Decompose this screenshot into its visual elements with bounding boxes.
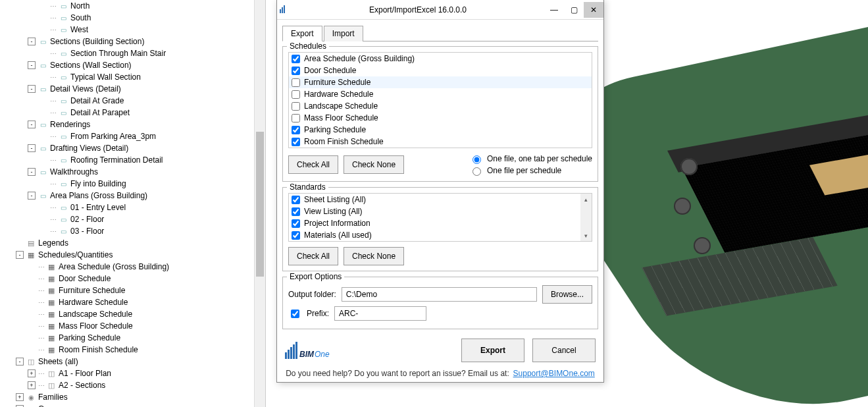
tree-item[interactable]: ⋯Room Finish Schedule [0,344,265,356]
tree-item[interactable]: -Area Plans (Gross Building) [0,190,265,202]
maximize-button[interactable]: ▢ [564,2,584,18]
tree-item[interactable]: ⋯01 - Entry Level [0,202,265,213]
tree-item[interactable]: -Renderings [0,119,265,130]
tree-item[interactable]: ⋯Fly into Building [0,178,265,190]
schedule-item[interactable]: Room Finish Schedule [289,136,592,148]
schedule-item[interactable]: Door Schedule [289,65,592,76]
schedule-item[interactable]: Furniture Schedule [289,76,592,88]
tree-item[interactable]: ⋯Roofing Termination Detail [0,154,265,166]
support-link[interactable]: Support@BIMOne.com [513,369,595,378]
tree-item[interactable]: ⋯03 - Floor [0,225,265,237]
output-folder-input[interactable] [342,287,537,302]
expand-toggle[interactable]: - [16,358,24,366]
tree-item[interactable]: ⋯Area Schedule (Gross Building) [0,261,265,273]
tree-item[interactable]: +Families [0,391,265,403]
tree-item[interactable]: -Sections (Building Section) [0,36,265,47]
tree-item[interactable]: -Sheets (all) [0,356,265,367]
radio-one-file-per-schedule[interactable]: One file per schedule [469,165,592,176]
expand-toggle[interactable]: - [28,61,36,69]
schedule-checkbox[interactable] [292,126,300,134]
standards-check-all-button[interactable]: Check All [288,247,338,265]
radio-one-file-one-tab-input[interactable] [472,155,481,164]
browse-button[interactable]: Browse... [542,285,592,304]
tree-item[interactable]: +Groups [0,403,265,407]
tree-item[interactable]: ⋯Furniture Schedule [0,285,265,296]
tree-item[interactable]: ⋯North [0,0,265,12]
standard-checkbox[interactable] [292,231,300,240]
expand-toggle[interactable]: + [28,381,36,389]
tree-item-label: Fly into Building [70,179,126,188]
tree-item[interactable]: ⋯South [0,12,265,24]
tree-item[interactable]: ⋯West [0,24,265,36]
tree-item[interactable]: Legends [0,237,265,249]
minimize-button[interactable]: — [544,2,564,18]
expand-toggle[interactable]: - [28,192,36,200]
tab-import[interactable]: Import [324,26,363,41]
schedule-checkbox[interactable] [292,55,300,63]
tree-item[interactable]: ⋯Typical Wall Section [0,71,265,83]
expand-toggle[interactable]: - [28,168,36,176]
tree-item[interactable]: -Drafting Views (Detail) [0,142,265,154]
expand-toggle[interactable]: - [28,121,36,128]
standard-item[interactable]: Project Information [289,217,592,229]
tree-item[interactable]: ⋯Detail At Grade [0,95,265,107]
schedule-item[interactable]: Landscape Schedule [289,100,592,112]
close-button[interactable]: ✕ [584,2,603,18]
tree-item[interactable]: -Sections (Wall Section) [0,59,265,71]
expand-toggle[interactable]: - [16,251,24,259]
standard-item-label: View Listing (All) [304,207,362,216]
schedules-check-all-button[interactable]: Check All [288,155,338,174]
tree-item[interactable]: ⋯Parking Schedule [0,332,265,344]
standards-list: Sheet Listing (All)View Listing (All)Pro… [288,193,592,242]
tree-scrollbar[interactable] [254,0,265,407]
schedules-check-none-button[interactable]: Check None [344,155,404,174]
expand-toggle[interactable]: - [28,144,36,152]
export-button[interactable]: Export [461,339,524,362]
expand-toggle[interactable]: - [28,85,36,93]
tree-item-label: Landscape Schedule [59,310,132,319]
expand-toggle[interactable]: + [28,369,36,377]
schedule-item[interactable]: Hardware Schedule [289,88,592,100]
schedule-checkbox[interactable] [292,114,300,122]
prefix-input[interactable] [334,306,426,321]
cancel-button[interactable]: Cancel [532,339,596,362]
schedule-checkbox[interactable] [292,102,300,111]
app-icon [277,4,292,15]
tree-item[interactable]: ⋯Hardware Schedule [0,296,265,308]
standards-check-none-button[interactable]: Check None [344,247,404,265]
tree-item[interactable]: +⋯A1 - Floor Plan [0,367,265,379]
sched-icon [47,274,56,283]
schedule-item[interactable]: Parking Schedule [289,124,592,136]
tree-item[interactable]: +⋯A2 - Sections [0,379,265,391]
standard-checkbox[interactable] [292,207,300,216]
schedule-checkbox[interactable] [292,67,300,75]
prefix-checkbox[interactable] [291,310,299,318]
standard-item[interactable]: Sheet Listing (All) [289,194,592,205]
expand-toggle[interactable]: - [28,38,36,45]
schedule-item[interactable]: Mass Floor Schedule [289,112,592,124]
schedule-checkbox[interactable] [292,78,300,87]
radio-one-file-per-schedule-input[interactable] [472,167,481,176]
tree-item[interactable]: ⋯Landscape Schedule [0,308,265,320]
standard-checkbox[interactable] [292,196,300,204]
standard-item[interactable]: View Listing (All) [289,205,592,217]
schedule-item[interactable]: Area Schedule (Gross Building) [289,53,592,65]
tab-export[interactable]: Export [282,26,322,41]
standards-scrollbar[interactable]: ▴▾ [580,194,592,241]
dialog-titlebar[interactable]: Export/ImportExcel 16.0.0.0 — ▢ ✕ [277,0,603,20]
tree-item[interactable]: ⋯Mass Floor Schedule [0,320,265,332]
standard-item[interactable]: Materials (All used) [289,229,592,241]
tree-item[interactable]: ⋯Door Schedule [0,273,265,285]
tree-item[interactable]: -Walkthroughs [0,166,265,178]
tree-item[interactable]: ⋯From Parking Area_3pm [0,130,265,142]
tree-item[interactable]: -Schedules/Quantities [0,249,265,261]
tree-item[interactable]: ⋯02 - Floor [0,213,265,225]
tree-item[interactable]: ⋯Section Through Main Stair [0,47,265,59]
expand-toggle[interactable]: + [16,393,24,401]
standard-checkbox[interactable] [292,219,300,228]
schedule-checkbox[interactable] [292,138,300,146]
tree-item[interactable]: ⋯Detail At Parapet [0,107,265,119]
radio-one-file-one-tab[interactable]: One file, one tab per schedule [469,153,592,164]
schedule-checkbox[interactable] [292,90,300,99]
tree-item[interactable]: -Detail Views (Detail) [0,83,265,95]
